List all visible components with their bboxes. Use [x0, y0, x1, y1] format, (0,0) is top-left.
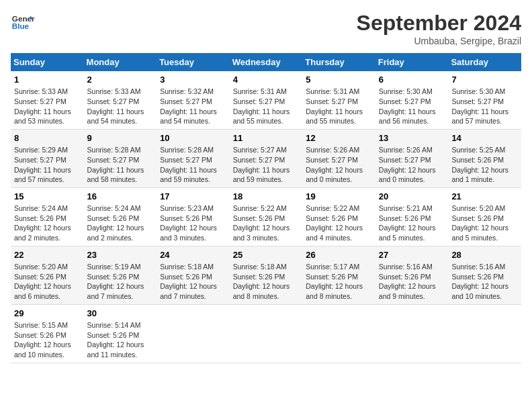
day-number: 7	[451, 74, 518, 86]
calendar-cell: 18Sunrise: 5:22 AM Sunset: 5:26 PM Dayli…	[230, 187, 303, 246]
day-number: 13	[379, 132, 445, 144]
day-info: Sunrise: 5:21 AM Sunset: 5:26 PM Dayligh…	[379, 203, 445, 243]
day-info: Sunrise: 5:33 AM Sunset: 5:27 PM Dayligh…	[87, 87, 154, 126]
day-number: 22	[14, 249, 81, 261]
calendar-table: SundayMondayTuesdayWednesdayThursdayFrid…	[11, 53, 521, 363]
day-info: Sunrise: 5:16 AM Sunset: 5:26 PM Dayligh…	[379, 262, 445, 302]
day-info: Sunrise: 5:26 AM Sunset: 5:27 PM Dayligh…	[379, 145, 445, 185]
title-block: September 2024 Umbauba, Sergipe, Brazil	[357, 11, 521, 46]
calendar-cell: 4Sunrise: 5:31 AM Sunset: 5:27 PM Daylig…	[230, 71, 303, 129]
calendar-cell: 25Sunrise: 5:18 AM Sunset: 5:26 PM Dayli…	[230, 246, 303, 304]
calendar-cell: 27Sunrise: 5:16 AM Sunset: 5:26 PM Dayli…	[375, 246, 449, 304]
day-info: Sunrise: 5:16 AM Sunset: 5:26 PM Dayligh…	[451, 262, 518, 302]
calendar-cell: 19Sunrise: 5:22 AM Sunset: 5:26 PM Dayli…	[302, 187, 375, 246]
calendar-cell: 13Sunrise: 5:26 AM Sunset: 5:27 PM Dayli…	[375, 129, 449, 187]
calendar-cell: 17Sunrise: 5:23 AM Sunset: 5:26 PM Dayli…	[157, 187, 230, 246]
week-row-4: 22Sunrise: 5:20 AM Sunset: 5:26 PM Dayli…	[11, 246, 521, 304]
week-row-5: 29Sunrise: 5:15 AM Sunset: 5:26 PM Dayli…	[11, 304, 521, 363]
calendar-cell: 24Sunrise: 5:18 AM Sunset: 5:26 PM Dayli…	[157, 246, 230, 304]
day-number: 27	[379, 249, 445, 261]
logo-icon: General Blue	[11, 11, 35, 35]
calendar-body: 1Sunrise: 5:33 AM Sunset: 5:27 PM Daylig…	[11, 71, 521, 363]
day-number: 15	[14, 191, 81, 203]
calendar-cell: 1Sunrise: 5:33 AM Sunset: 5:27 PM Daylig…	[11, 71, 84, 129]
month-title: September 2024	[357, 11, 521, 36]
day-number: 16	[87, 191, 154, 203]
calendar-cell: 16Sunrise: 5:24 AM Sunset: 5:26 PM Dayli…	[84, 187, 157, 246]
day-number: 2	[87, 74, 154, 86]
calendar-cell: 8Sunrise: 5:29 AM Sunset: 5:27 PM Daylig…	[11, 129, 84, 187]
calendar-cell	[375, 304, 449, 363]
day-number: 24	[160, 249, 226, 261]
day-info: Sunrise: 5:15 AM Sunset: 5:26 PM Dayligh…	[14, 320, 81, 360]
calendar-cell	[448, 304, 521, 363]
day-number: 17	[160, 191, 226, 203]
day-number: 18	[233, 191, 300, 203]
calendar-cell: 11Sunrise: 5:27 AM Sunset: 5:27 PM Dayli…	[230, 129, 303, 187]
day-number: 26	[306, 249, 372, 261]
calendar-cell: 15Sunrise: 5:24 AM Sunset: 5:26 PM Dayli…	[11, 187, 84, 246]
calendar-cell: 30Sunrise: 5:14 AM Sunset: 5:26 PM Dayli…	[84, 304, 157, 363]
calendar-cell: 23Sunrise: 5:19 AM Sunset: 5:26 PM Dayli…	[84, 246, 157, 304]
day-info: Sunrise: 5:32 AM Sunset: 5:27 PM Dayligh…	[160, 87, 226, 126]
calendar-cell: 14Sunrise: 5:25 AM Sunset: 5:26 PM Dayli…	[448, 129, 521, 187]
day-info: Sunrise: 5:18 AM Sunset: 5:26 PM Dayligh…	[160, 262, 226, 302]
day-number: 25	[233, 249, 300, 261]
day-info: Sunrise: 5:31 AM Sunset: 5:27 PM Dayligh…	[233, 87, 300, 126]
day-info: Sunrise: 5:24 AM Sunset: 5:26 PM Dayligh…	[14, 203, 81, 243]
day-info: Sunrise: 5:26 AM Sunset: 5:27 PM Dayligh…	[306, 145, 372, 185]
day-info: Sunrise: 5:28 AM Sunset: 5:27 PM Dayligh…	[87, 145, 154, 185]
day-info: Sunrise: 5:25 AM Sunset: 5:26 PM Dayligh…	[451, 145, 518, 185]
calendar-cell: 2Sunrise: 5:33 AM Sunset: 5:27 PM Daylig…	[84, 71, 157, 129]
day-info: Sunrise: 5:20 AM Sunset: 5:26 PM Dayligh…	[451, 203, 518, 243]
calendar-cell: 29Sunrise: 5:15 AM Sunset: 5:26 PM Dayli…	[11, 304, 84, 363]
calendar-cell: 10Sunrise: 5:28 AM Sunset: 5:27 PM Dayli…	[157, 129, 230, 187]
day-info: Sunrise: 5:28 AM Sunset: 5:27 PM Dayligh…	[160, 145, 226, 185]
day-number: 6	[379, 74, 445, 86]
column-header-thursday: Thursday	[302, 53, 375, 71]
column-header-wednesday: Wednesday	[230, 53, 303, 71]
calendar-cell	[230, 304, 303, 363]
page-header: General Blue September 2024 Umbauba, Ser…	[11, 11, 521, 46]
day-info: Sunrise: 5:22 AM Sunset: 5:26 PM Dayligh…	[233, 203, 300, 243]
day-info: Sunrise: 5:27 AM Sunset: 5:27 PM Dayligh…	[233, 145, 300, 185]
calendar-cell: 3Sunrise: 5:32 AM Sunset: 5:27 PM Daylig…	[157, 71, 230, 129]
calendar-cell: 22Sunrise: 5:20 AM Sunset: 5:26 PM Dayli…	[11, 246, 84, 304]
calendar-cell: 21Sunrise: 5:20 AM Sunset: 5:26 PM Dayli…	[448, 187, 521, 246]
day-info: Sunrise: 5:23 AM Sunset: 5:26 PM Dayligh…	[160, 203, 226, 243]
day-number: 5	[306, 74, 372, 86]
column-header-monday: Monday	[84, 53, 157, 71]
logo: General Blue	[11, 11, 35, 35]
column-header-friday: Friday	[375, 53, 449, 71]
day-number: 12	[306, 132, 372, 144]
location-subtitle: Umbauba, Sergipe, Brazil	[357, 36, 521, 46]
calendar-cell: 6Sunrise: 5:30 AM Sunset: 5:27 PM Daylig…	[375, 71, 449, 129]
day-number: 21	[451, 191, 518, 203]
day-number: 9	[87, 132, 154, 144]
day-number: 14	[451, 132, 518, 144]
calendar-cell: 7Sunrise: 5:30 AM Sunset: 5:27 PM Daylig…	[448, 71, 521, 129]
calendar-cell: 9Sunrise: 5:28 AM Sunset: 5:27 PM Daylig…	[84, 129, 157, 187]
svg-text:Blue: Blue	[12, 21, 30, 30]
day-number: 20	[379, 191, 445, 203]
column-header-tuesday: Tuesday	[157, 53, 230, 71]
day-info: Sunrise: 5:33 AM Sunset: 5:27 PM Dayligh…	[14, 87, 81, 126]
day-info: Sunrise: 5:30 AM Sunset: 5:27 PM Dayligh…	[379, 87, 445, 126]
calendar-cell	[302, 304, 375, 363]
day-number: 19	[306, 191, 372, 203]
day-info: Sunrise: 5:20 AM Sunset: 5:26 PM Dayligh…	[14, 262, 81, 302]
day-info: Sunrise: 5:14 AM Sunset: 5:26 PM Dayligh…	[87, 320, 154, 360]
day-number: 23	[87, 249, 154, 261]
day-info: Sunrise: 5:30 AM Sunset: 5:27 PM Dayligh…	[451, 87, 518, 126]
day-info: Sunrise: 5:31 AM Sunset: 5:27 PM Dayligh…	[306, 87, 372, 126]
column-header-sunday: Sunday	[11, 53, 84, 71]
day-number: 8	[14, 132, 81, 144]
column-header-saturday: Saturday	[448, 53, 521, 71]
calendar-cell: 28Sunrise: 5:16 AM Sunset: 5:26 PM Dayli…	[448, 246, 521, 304]
day-info: Sunrise: 5:24 AM Sunset: 5:26 PM Dayligh…	[87, 203, 154, 243]
day-info: Sunrise: 5:17 AM Sunset: 5:26 PM Dayligh…	[306, 262, 372, 302]
day-number: 4	[233, 74, 300, 86]
calendar-cell: 20Sunrise: 5:21 AM Sunset: 5:26 PM Dayli…	[375, 187, 449, 246]
day-info: Sunrise: 5:22 AM Sunset: 5:26 PM Dayligh…	[306, 203, 372, 243]
calendar-cell: 26Sunrise: 5:17 AM Sunset: 5:26 PM Dayli…	[302, 246, 375, 304]
